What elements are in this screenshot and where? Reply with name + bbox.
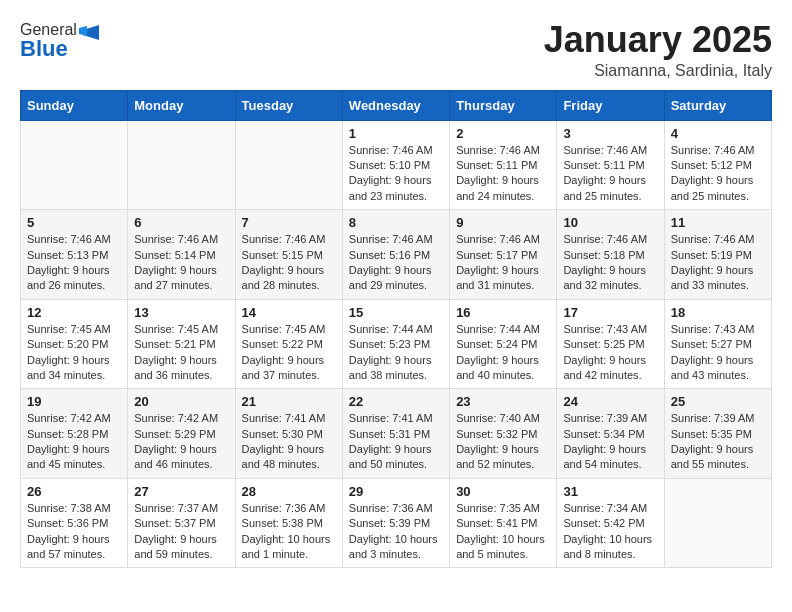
day-info: Sunrise: 7:46 AM Sunset: 5:19 PM Dayligh… — [671, 232, 765, 294]
calendar-cell: 28Sunrise: 7:36 AM Sunset: 5:38 PM Dayli… — [235, 478, 342, 568]
day-number: 25 — [671, 394, 765, 409]
title-block: January 2025 Siamanna, Sardinia, Italy — [544, 20, 772, 80]
day-info: Sunrise: 7:46 AM Sunset: 5:11 PM Dayligh… — [563, 143, 657, 205]
weekday-header: Monday — [128, 90, 235, 120]
day-info: Sunrise: 7:46 AM Sunset: 5:18 PM Dayligh… — [563, 232, 657, 294]
day-info: Sunrise: 7:36 AM Sunset: 5:39 PM Dayligh… — [349, 501, 443, 563]
day-number: 30 — [456, 484, 550, 499]
day-number: 12 — [27, 305, 121, 320]
calendar-cell — [664, 478, 771, 568]
calendar-header-row: SundayMondayTuesdayWednesdayThursdayFrid… — [21, 90, 772, 120]
calendar-cell: 30Sunrise: 7:35 AM Sunset: 5:41 PM Dayli… — [450, 478, 557, 568]
day-info: Sunrise: 7:45 AM Sunset: 5:22 PM Dayligh… — [242, 322, 336, 384]
day-info: Sunrise: 7:37 AM Sunset: 5:37 PM Dayligh… — [134, 501, 228, 563]
calendar-cell: 13Sunrise: 7:45 AM Sunset: 5:21 PM Dayli… — [128, 299, 235, 389]
day-info: Sunrise: 7:35 AM Sunset: 5:41 PM Dayligh… — [456, 501, 550, 563]
calendar-cell: 20Sunrise: 7:42 AM Sunset: 5:29 PM Dayli… — [128, 389, 235, 479]
day-info: Sunrise: 7:46 AM Sunset: 5:17 PM Dayligh… — [456, 232, 550, 294]
weekday-header: Saturday — [664, 90, 771, 120]
day-info: Sunrise: 7:44 AM Sunset: 5:23 PM Dayligh… — [349, 322, 443, 384]
calendar-cell: 12Sunrise: 7:45 AM Sunset: 5:20 PM Dayli… — [21, 299, 128, 389]
logo: General Blue — [20, 20, 99, 62]
day-number: 10 — [563, 215, 657, 230]
day-info: Sunrise: 7:42 AM Sunset: 5:29 PM Dayligh… — [134, 411, 228, 473]
calendar-cell: 31Sunrise: 7:34 AM Sunset: 5:42 PM Dayli… — [557, 478, 664, 568]
calendar-cell: 19Sunrise: 7:42 AM Sunset: 5:28 PM Dayli… — [21, 389, 128, 479]
calendar-cell: 11Sunrise: 7:46 AM Sunset: 5:19 PM Dayli… — [664, 210, 771, 300]
svg-marker-1 — [79, 26, 87, 36]
day-number: 22 — [349, 394, 443, 409]
day-number: 14 — [242, 305, 336, 320]
location-subtitle: Siamanna, Sardinia, Italy — [544, 62, 772, 80]
day-number: 23 — [456, 394, 550, 409]
day-number: 26 — [27, 484, 121, 499]
day-number: 13 — [134, 305, 228, 320]
calendar-table: SundayMondayTuesdayWednesdayThursdayFrid… — [20, 90, 772, 569]
day-number: 24 — [563, 394, 657, 409]
day-info: Sunrise: 7:34 AM Sunset: 5:42 PM Dayligh… — [563, 501, 657, 563]
calendar-cell: 26Sunrise: 7:38 AM Sunset: 5:36 PM Dayli… — [21, 478, 128, 568]
calendar-cell — [21, 120, 128, 210]
calendar-cell: 21Sunrise: 7:41 AM Sunset: 5:30 PM Dayli… — [235, 389, 342, 479]
day-info: Sunrise: 7:45 AM Sunset: 5:21 PM Dayligh… — [134, 322, 228, 384]
day-info: Sunrise: 7:40 AM Sunset: 5:32 PM Dayligh… — [456, 411, 550, 473]
month-title: January 2025 — [544, 20, 772, 60]
weekday-header: Sunday — [21, 90, 128, 120]
day-number: 8 — [349, 215, 443, 230]
day-info: Sunrise: 7:46 AM Sunset: 5:11 PM Dayligh… — [456, 143, 550, 205]
calendar-week-row: 12Sunrise: 7:45 AM Sunset: 5:20 PM Dayli… — [21, 299, 772, 389]
calendar-cell: 3Sunrise: 7:46 AM Sunset: 5:11 PM Daylig… — [557, 120, 664, 210]
day-info: Sunrise: 7:46 AM Sunset: 5:14 PM Dayligh… — [134, 232, 228, 294]
calendar-cell: 23Sunrise: 7:40 AM Sunset: 5:32 PM Dayli… — [450, 389, 557, 479]
logo-bird-icon — [79, 20, 99, 40]
calendar-cell: 7Sunrise: 7:46 AM Sunset: 5:15 PM Daylig… — [235, 210, 342, 300]
day-number: 11 — [671, 215, 765, 230]
calendar-week-row: 26Sunrise: 7:38 AM Sunset: 5:36 PM Dayli… — [21, 478, 772, 568]
calendar-cell: 16Sunrise: 7:44 AM Sunset: 5:24 PM Dayli… — [450, 299, 557, 389]
day-number: 5 — [27, 215, 121, 230]
day-number: 19 — [27, 394, 121, 409]
day-info: Sunrise: 7:38 AM Sunset: 5:36 PM Dayligh… — [27, 501, 121, 563]
day-info: Sunrise: 7:41 AM Sunset: 5:30 PM Dayligh… — [242, 411, 336, 473]
page-header: General Blue January 2025 Siamanna, Sard… — [20, 20, 772, 80]
day-number: 1 — [349, 126, 443, 141]
day-number: 9 — [456, 215, 550, 230]
calendar-cell: 15Sunrise: 7:44 AM Sunset: 5:23 PM Dayli… — [342, 299, 449, 389]
day-info: Sunrise: 7:42 AM Sunset: 5:28 PM Dayligh… — [27, 411, 121, 473]
calendar-cell: 5Sunrise: 7:46 AM Sunset: 5:13 PM Daylig… — [21, 210, 128, 300]
day-info: Sunrise: 7:43 AM Sunset: 5:27 PM Dayligh… — [671, 322, 765, 384]
day-number: 2 — [456, 126, 550, 141]
calendar-cell — [128, 120, 235, 210]
day-number: 27 — [134, 484, 228, 499]
calendar-cell — [235, 120, 342, 210]
day-info: Sunrise: 7:44 AM Sunset: 5:24 PM Dayligh… — [456, 322, 550, 384]
day-info: Sunrise: 7:46 AM Sunset: 5:16 PM Dayligh… — [349, 232, 443, 294]
day-info: Sunrise: 7:46 AM Sunset: 5:12 PM Dayligh… — [671, 143, 765, 205]
calendar-week-row: 1Sunrise: 7:46 AM Sunset: 5:10 PM Daylig… — [21, 120, 772, 210]
day-number: 7 — [242, 215, 336, 230]
weekday-header: Tuesday — [235, 90, 342, 120]
calendar-cell: 18Sunrise: 7:43 AM Sunset: 5:27 PM Dayli… — [664, 299, 771, 389]
day-number: 29 — [349, 484, 443, 499]
day-number: 16 — [456, 305, 550, 320]
calendar-cell: 9Sunrise: 7:46 AM Sunset: 5:17 PM Daylig… — [450, 210, 557, 300]
day-number: 31 — [563, 484, 657, 499]
weekday-header: Wednesday — [342, 90, 449, 120]
day-info: Sunrise: 7:46 AM Sunset: 5:10 PM Dayligh… — [349, 143, 443, 205]
calendar-cell: 2Sunrise: 7:46 AM Sunset: 5:11 PM Daylig… — [450, 120, 557, 210]
calendar-cell: 25Sunrise: 7:39 AM Sunset: 5:35 PM Dayli… — [664, 389, 771, 479]
calendar-cell: 8Sunrise: 7:46 AM Sunset: 5:16 PM Daylig… — [342, 210, 449, 300]
day-info: Sunrise: 7:39 AM Sunset: 5:35 PM Dayligh… — [671, 411, 765, 473]
day-info: Sunrise: 7:43 AM Sunset: 5:25 PM Dayligh… — [563, 322, 657, 384]
day-number: 6 — [134, 215, 228, 230]
day-number: 18 — [671, 305, 765, 320]
day-info: Sunrise: 7:36 AM Sunset: 5:38 PM Dayligh… — [242, 501, 336, 563]
calendar-cell: 4Sunrise: 7:46 AM Sunset: 5:12 PM Daylig… — [664, 120, 771, 210]
day-number: 17 — [563, 305, 657, 320]
day-number: 20 — [134, 394, 228, 409]
day-info: Sunrise: 7:41 AM Sunset: 5:31 PM Dayligh… — [349, 411, 443, 473]
calendar-cell: 14Sunrise: 7:45 AM Sunset: 5:22 PM Dayli… — [235, 299, 342, 389]
day-info: Sunrise: 7:39 AM Sunset: 5:34 PM Dayligh… — [563, 411, 657, 473]
day-number: 3 — [563, 126, 657, 141]
day-info: Sunrise: 7:46 AM Sunset: 5:15 PM Dayligh… — [242, 232, 336, 294]
